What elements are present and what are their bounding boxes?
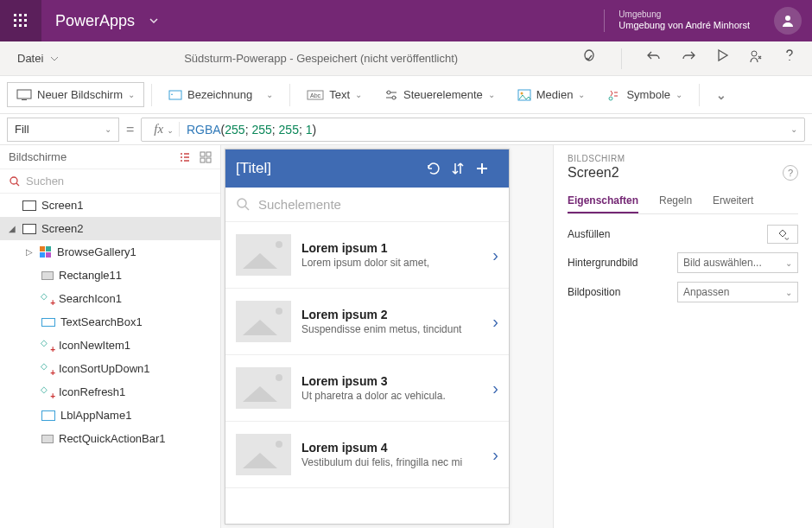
equals-label: = <box>126 122 134 137</box>
tree-node-searchicon[interactable]: SearchIcon1 <box>0 287 220 310</box>
tree-node-lblappname[interactable]: LblAppName1 <box>0 404 220 427</box>
svg-rect-5 <box>24 19 27 22</box>
tree-grid-view-icon[interactable] <box>200 151 212 163</box>
brand-label: PowerApps <box>41 12 142 30</box>
svg-point-16 <box>387 91 390 94</box>
tree-node-iconnewitem[interactable]: IconNewItem1 <box>0 334 220 357</box>
share-icon[interactable] <box>748 48 764 69</box>
prop-bgimg-select[interactable]: Bild auswählen...⌄ <box>677 252 798 273</box>
svg-text:Abc: Abc <box>310 92 321 99</box>
screen-icon <box>16 89 32 101</box>
tree-list-view-icon[interactable] <box>179 151 191 163</box>
svg-rect-0 <box>14 14 16 16</box>
redo-icon[interactable] <box>681 48 696 69</box>
item-thumbnail <box>236 301 291 342</box>
gallery-item[interactable]: Lorem ipsum 4Vestibulum dui felis, fring… <box>225 422 509 488</box>
canvas-screen[interactable]: [Titel] Suchelemente Lorem ipsum 1Lorem … <box>225 149 510 525</box>
prop-fill-label: Ausfüllen <box>568 228 610 240</box>
tree-node-rectquickaction[interactable]: RectQuickActionBar1 <box>0 427 220 450</box>
svg-rect-11 <box>17 90 31 99</box>
tree-node-screen1[interactable]: Screen1 <box>0 194 220 217</box>
new-screen-button[interactable]: Neuer Bildschirm ⌄ <box>7 82 144 107</box>
screen-title: [Titel] <box>236 160 271 177</box>
refresh-icon[interactable] <box>426 161 450 176</box>
svg-point-9 <box>785 16 790 21</box>
file-menu[interactable]: Datei <box>0 52 76 65</box>
gallery-item[interactable]: Lorem ipsum 3Ut pharetra a dolor ac vehi… <box>225 355 509 422</box>
props-title: Screen2 <box>568 165 619 181</box>
svg-rect-7 <box>19 24 22 27</box>
svg-point-20 <box>609 97 612 100</box>
props-help-icon[interactable]: ? <box>783 165 798 181</box>
label-icon <box>168 89 182 101</box>
tree-node-iconrefresh[interactable]: IconRefresh1 <box>0 380 220 404</box>
environment-display[interactable]: Umgebung Umgebung von André Minhorst <box>604 10 764 31</box>
svg-rect-6 <box>14 24 16 27</box>
gallery-item[interactable]: Lorem ipsum 1Lorem ipsum dolor sit amet,… <box>225 222 509 289</box>
chevron-right-icon: › <box>492 379 498 398</box>
svg-rect-24 <box>206 158 211 162</box>
tab-advanced[interactable]: Erweitert <box>713 189 753 213</box>
prop-imgpos-label: Bildposition <box>568 286 620 298</box>
tree-node-textsearchbox[interactable]: TextSearchBox1 <box>0 310 220 334</box>
tree-node-browsegallery[interactable]: ▷BrowseGallery1 <box>0 240 220 264</box>
search-icon <box>9 175 21 188</box>
prop-imgpos-select[interactable]: Anpassen⌄ <box>677 282 798 302</box>
symbols-dropdown[interactable]: Symbole ⌄ <box>598 82 692 107</box>
svg-point-25 <box>10 177 17 184</box>
prop-bgimg-label: Hintergrundbild <box>568 257 638 269</box>
tab-rules[interactable]: Regeln <box>659 189 692 213</box>
gallery-item[interactable]: Lorem ipsum 2Suspendisse enim metus, tin… <box>225 289 509 355</box>
props-section-label: BILDSCHIRM <box>568 154 798 163</box>
slider-icon <box>384 89 398 101</box>
tree-node-iconsortupdown[interactable]: IconSortUpDown1 <box>0 357 220 380</box>
chevron-right-icon: › <box>492 245 498 265</box>
text-dropdown[interactable]: Abc Text ⌄ <box>297 82 371 107</box>
svg-rect-3 <box>14 19 16 22</box>
brand-chevron-icon[interactable] <box>149 16 159 26</box>
user-avatar[interactable] <box>774 7 802 35</box>
env-value: Umgebung von André Minhorst <box>619 20 750 31</box>
label-control-button[interactable]: Bezeichnung ⌄ <box>159 82 282 107</box>
undo-icon[interactable] <box>646 48 662 69</box>
play-icon[interactable] <box>715 48 729 69</box>
item-thumbnail <box>236 367 291 409</box>
svg-point-10 <box>752 51 757 56</box>
fx-icon: fx ⌄ <box>149 122 180 137</box>
tab-properties[interactable]: Eigenschaften <box>568 189 638 213</box>
svg-rect-21 <box>200 152 205 156</box>
prop-fill-swatch[interactable] <box>767 225 798 244</box>
search-icon <box>236 197 251 213</box>
svg-point-17 <box>392 96 396 99</box>
chevron-right-icon: › <box>492 445 498 465</box>
property-selector[interactable]: Fill ⌄ <box>7 118 119 142</box>
tree-title: Bildschirme <box>9 150 67 163</box>
sort-icon[interactable] <box>450 161 474 176</box>
chevron-down-icon <box>50 54 59 63</box>
controls-dropdown[interactable]: Steuerelemente ⌄ <box>375 82 504 107</box>
help-icon[interactable] <box>783 48 796 69</box>
svg-rect-23 <box>200 158 205 162</box>
svg-point-26 <box>238 199 246 207</box>
svg-rect-12 <box>22 99 27 100</box>
svg-rect-2 <box>24 14 27 16</box>
overflow-button[interactable]: ⌄ <box>707 82 736 108</box>
tree-node-screen2[interactable]: ◢Screen2 <box>0 217 220 240</box>
formula-input[interactable]: fx ⌄ RGBA(255; 255; 255; 1) ⌄ <box>141 118 805 142</box>
screen-search[interactable]: Suchelemente <box>225 188 509 222</box>
app-launcher[interactable] <box>0 0 41 41</box>
item-thumbnail <box>236 234 291 276</box>
image-icon <box>517 89 531 101</box>
svg-rect-1 <box>19 14 22 16</box>
tree-search[interactable]: Suchen <box>0 169 220 194</box>
item-thumbnail <box>236 434 291 475</box>
checker-icon[interactable] <box>581 48 597 69</box>
svg-point-19 <box>520 92 523 94</box>
svg-rect-8 <box>24 24 27 27</box>
add-icon[interactable] <box>474 161 498 176</box>
svg-rect-4 <box>19 19 22 22</box>
tree-node-rectangle[interactable]: Rectangle11 <box>0 264 220 287</box>
formula-expand-icon[interactable]: ⌄ <box>790 124 797 134</box>
media-dropdown[interactable]: Medien ⌄ <box>508 82 595 107</box>
chevron-right-icon: › <box>492 312 498 332</box>
